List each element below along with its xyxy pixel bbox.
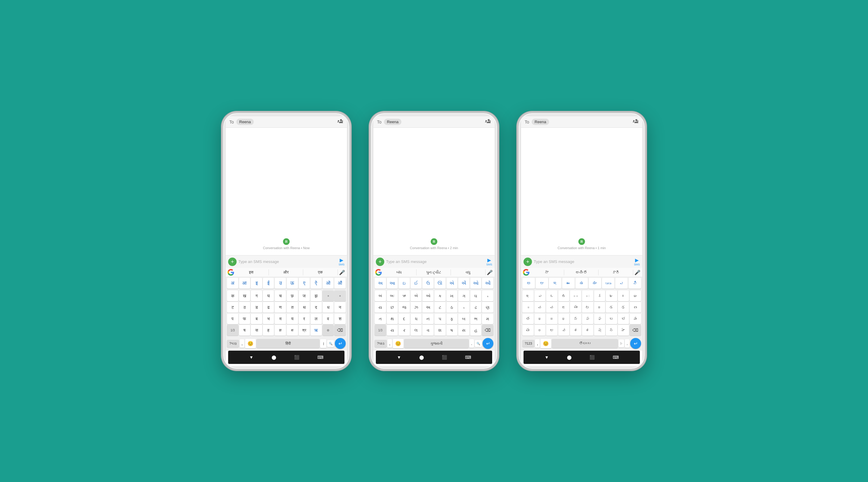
key-sp2[interactable]: ✦ bbox=[334, 290, 346, 301]
key-ja[interactable]: ज bbox=[299, 290, 310, 301]
key-t-yu[interactable]: యు bbox=[570, 302, 581, 313]
send-button-1[interactable]: ▶ SMS bbox=[338, 257, 344, 266]
key-cha[interactable]: च bbox=[275, 290, 286, 301]
key-da2[interactable]: द bbox=[310, 302, 322, 313]
nav-recent-2[interactable]: ⬛ bbox=[442, 355, 447, 360]
key-t-v[interactable]: వి bbox=[628, 278, 641, 289]
nav-back-1[interactable]: ▼ bbox=[249, 355, 253, 360]
nav-back-2[interactable]: ▼ bbox=[397, 355, 401, 360]
key-sp1[interactable]: ✦ bbox=[322, 290, 334, 301]
key-g-sha[interactable]: શ bbox=[434, 325, 446, 335]
emoji-key-1[interactable]: 😊 bbox=[245, 339, 256, 348]
key-g-dha2[interactable]: ધ bbox=[410, 313, 422, 324]
backspace-key-1[interactable]: ⌫ bbox=[334, 325, 346, 335]
num-sym-key-2[interactable]: ?૧૨૩ bbox=[375, 340, 387, 347]
key-tha2[interactable]: थ bbox=[299, 302, 310, 313]
suggestion-2-2[interactable]: પુનઃટ્વીટ bbox=[416, 269, 451, 275]
key-g-da[interactable]: દ bbox=[398, 313, 410, 324]
key-t-ra[interactable]: ర bbox=[534, 325, 546, 335]
period-key-1[interactable]: । bbox=[320, 339, 327, 348]
key-t-kha[interactable]: ఖ bbox=[606, 290, 617, 301]
key-t-ta[interactable]: ట bbox=[582, 302, 593, 313]
key-t-ya[interactable]: య bbox=[522, 325, 534, 335]
nav-home-3[interactable]: ⬤ bbox=[567, 355, 572, 360]
key-t-i[interactable]: ఇ bbox=[549, 278, 561, 289]
key-t-va[interactable]: వ bbox=[558, 325, 569, 335]
key-t-uu[interactable]: ఊ bbox=[589, 278, 601, 289]
key-g-jha[interactable]: ઝ bbox=[410, 302, 422, 313]
comma-key-3[interactable]: , bbox=[535, 339, 540, 348]
key-la[interactable]: ल bbox=[310, 313, 322, 324]
key-t-r3[interactable]: ఒ bbox=[546, 290, 558, 301]
nav-recent-1[interactable]: ⬛ bbox=[294, 355, 299, 360]
key-g-s[interactable]: ₛ bbox=[482, 290, 493, 301]
key-g-gha[interactable]: ઘ bbox=[470, 290, 482, 301]
key-da[interactable]: ड bbox=[251, 302, 262, 313]
key-sa[interactable]: स bbox=[251, 325, 262, 335]
key-g-au[interactable]: ઔ bbox=[482, 278, 493, 289]
mic-icon-1[interactable]: 🎤 bbox=[339, 269, 345, 275]
key-t-gha[interactable]: ఘ bbox=[629, 290, 641, 301]
key-t-sha3[interactable]: ష bbox=[594, 325, 606, 335]
recipient-chip-3[interactable]: Reena bbox=[532, 119, 549, 125]
key-g-ta2[interactable]: ત bbox=[375, 313, 386, 324]
enter-key-3[interactable]: ↵ bbox=[630, 338, 641, 349]
key-t-cha[interactable]: చ bbox=[534, 302, 546, 313]
suggestion-2-3[interactable]: વધુ bbox=[451, 269, 486, 275]
search-key-2[interactable]: 🔍 bbox=[475, 340, 482, 347]
key-t-la[interactable]: ల bbox=[546, 325, 558, 335]
key-t-bha[interactable]: భ bbox=[618, 313, 629, 324]
period2-key-1[interactable]: 🔍 bbox=[327, 340, 334, 347]
key-au1[interactable]: औ bbox=[334, 278, 346, 289]
key-ri[interactable]: ऋ bbox=[310, 325, 322, 335]
key-ai1[interactable]: ऐ bbox=[310, 278, 322, 289]
key-g-aa[interactable]: આ bbox=[387, 278, 398, 289]
key-g-ii[interactable]: ઈ bbox=[410, 278, 422, 289]
key-sha2[interactable]: ष bbox=[239, 325, 250, 335]
key-dha2[interactable]: ध bbox=[322, 302, 334, 313]
key-g-sa[interactable]: સ bbox=[458, 325, 470, 335]
key-g-ai[interactable]: ઐ bbox=[458, 278, 470, 289]
key-g-s2[interactable]: ₛ bbox=[458, 302, 470, 313]
key-ha[interactable]: ह bbox=[263, 325, 274, 335]
key-g-uu[interactable]: ઊ bbox=[434, 278, 446, 289]
language-key-2[interactable]: ગુજરાતી bbox=[404, 339, 469, 348]
nav-back-3[interactable]: ▼ bbox=[545, 355, 549, 360]
key-t-sha[interactable]: శ bbox=[570, 325, 581, 335]
key-g-chha[interactable]: છ bbox=[387, 302, 398, 313]
key-ta2[interactable]: त bbox=[287, 302, 298, 313]
emoji-key-3[interactable]: 😊 bbox=[540, 339, 551, 348]
key-t-r6[interactable]: ○ ∶ bbox=[582, 290, 593, 301]
key-jha[interactable]: झ bbox=[310, 290, 322, 301]
key-t-pha[interactable]: ఫ bbox=[594, 313, 606, 324]
key-g-ri[interactable]: ઋ bbox=[398, 290, 410, 301]
key-g-ah[interactable]: અઃ bbox=[387, 290, 398, 301]
key-ba[interactable]: ब bbox=[251, 313, 262, 324]
key-t-r2[interactable]: ఎ bbox=[534, 290, 546, 301]
key-sha[interactable]: श bbox=[334, 313, 346, 324]
period-key-2[interactable]: . bbox=[469, 339, 474, 348]
nav-keyboard-2[interactable]: ⌨ bbox=[465, 355, 471, 360]
key-ii1[interactable]: ई bbox=[263, 278, 274, 289]
nav-keyboard-1[interactable]: ⌨ bbox=[317, 355, 323, 360]
key-e1[interactable]: ए bbox=[299, 278, 310, 289]
key-t-da[interactable]: డ bbox=[606, 302, 617, 313]
backspace-key-2[interactable]: ⌫ bbox=[482, 325, 493, 335]
key-t-ga[interactable]: గ bbox=[618, 290, 629, 301]
key-ma[interactable]: म bbox=[275, 313, 286, 324]
key-g-e[interactable]: એ bbox=[446, 278, 458, 289]
dot-key-3[interactable]: . bbox=[625, 339, 629, 348]
key-g-ha[interactable]: હ bbox=[470, 325, 482, 335]
comma-key-2[interactable]: , bbox=[387, 339, 392, 348]
key-g-ka[interactable]: ક bbox=[434, 290, 446, 301]
sms-input-2[interactable]: Type an SMS message bbox=[386, 259, 484, 264]
key-t-pa[interactable]: ప bbox=[582, 313, 593, 324]
key-ra[interactable]: र bbox=[299, 313, 310, 324]
key-t-chha[interactable]: చ bbox=[546, 302, 558, 313]
key-page[interactable]: 1/3 bbox=[227, 325, 239, 335]
key-t-x1[interactable]: బుుబుు bbox=[602, 278, 615, 289]
key-g-ja[interactable]: જ bbox=[398, 302, 410, 313]
key-g-na2[interactable]: ન bbox=[422, 313, 434, 324]
key-bha[interactable]: भ bbox=[263, 313, 274, 324]
key-t-aa[interactable]: ఆ bbox=[535, 278, 548, 289]
